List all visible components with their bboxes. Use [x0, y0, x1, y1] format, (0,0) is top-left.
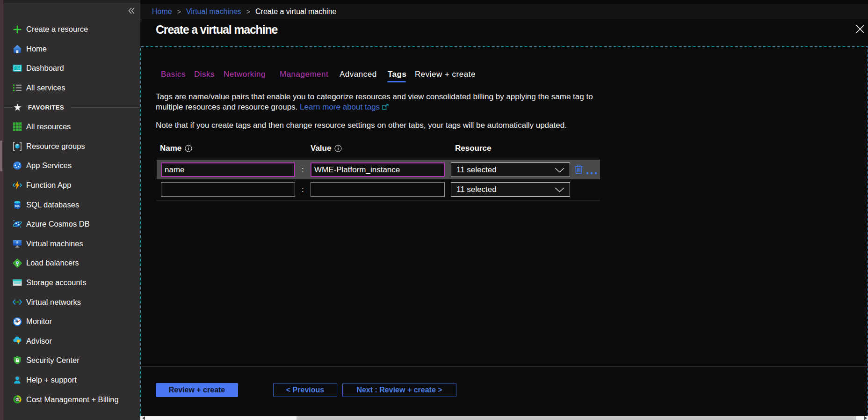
- svg-text:SQL: SQL: [14, 205, 20, 207]
- svg-text:$: $: [16, 398, 18, 401]
